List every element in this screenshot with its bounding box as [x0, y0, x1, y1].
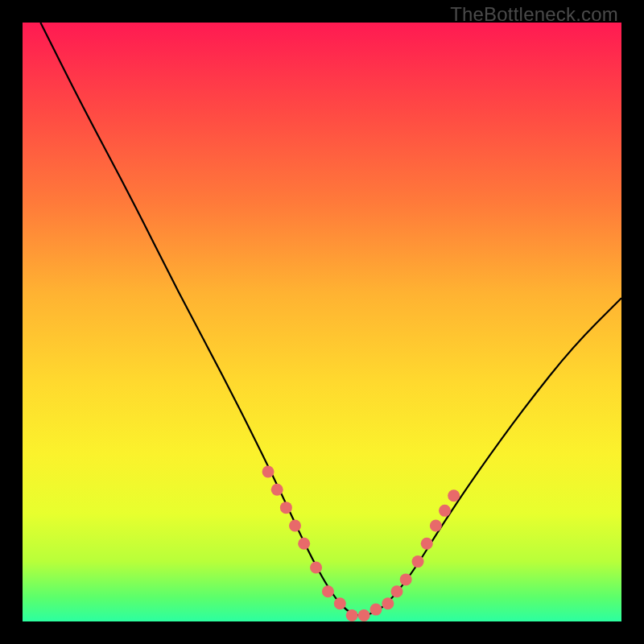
dot [369, 604, 382, 616]
chart-svg [23, 23, 621, 621]
dot [310, 562, 322, 574]
dot [289, 519, 301, 531]
dot [391, 585, 403, 597]
dot [262, 466, 275, 478]
dot [382, 597, 394, 609]
sweet-spot-dots [262, 466, 460, 622]
bottleneck-curve [40, 23, 621, 616]
dot [280, 502, 292, 514]
dot [430, 519, 442, 531]
dot [298, 538, 310, 550]
dot [271, 484, 283, 496]
dot [334, 597, 346, 609]
dot [322, 585, 334, 597]
dot [346, 609, 358, 621]
dot [358, 609, 370, 621]
dot [448, 489, 460, 502]
dot [400, 573, 412, 585]
dot [439, 505, 451, 517]
dot [421, 538, 433, 550]
dot [412, 555, 424, 568]
